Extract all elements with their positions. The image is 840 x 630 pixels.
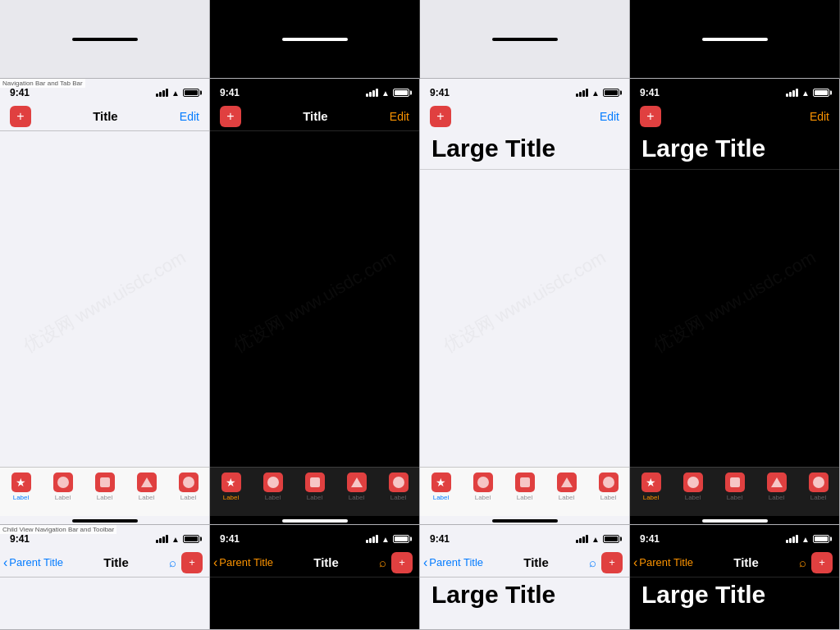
s3-bar-1 bbox=[576, 94, 578, 97]
search-icon-1[interactable]: ⌕ bbox=[169, 555, 176, 569]
signal-bar-2 bbox=[159, 92, 162, 97]
back-chevron-2: ‹ bbox=[213, 555, 217, 570]
tab-label-1-3: Label bbox=[97, 494, 113, 501]
tab-item-3-5[interactable]: Label bbox=[587, 472, 629, 501]
b-signal-bars-3 bbox=[576, 535, 588, 543]
back-button-3[interactable]: ‹ Parent Title bbox=[423, 555, 483, 570]
tab-item-4-2[interactable]: Label bbox=[672, 472, 714, 501]
s2-bar-4 bbox=[376, 89, 378, 97]
edit-button-3[interactable]: Edit bbox=[600, 110, 619, 123]
tab-label-3-2: Label bbox=[475, 494, 491, 501]
plus-nav-4[interactable]: + bbox=[811, 552, 833, 573]
tab-label-4-2: Label bbox=[685, 494, 701, 501]
edit-button-2[interactable]: Edit bbox=[390, 110, 409, 123]
tab-icon-sq-4 bbox=[725, 472, 745, 492]
search-icon-4[interactable]: ⌕ bbox=[799, 555, 806, 569]
b-status-bar-3: 9:41 ▲ bbox=[420, 525, 629, 548]
nav-bar-1: + Title Edit bbox=[0, 102, 209, 131]
back-button-1[interactable]: ‹ Parent Title bbox=[3, 555, 63, 570]
tab-item-2-1[interactable]: ★ Label bbox=[210, 472, 252, 501]
signal-bars-4 bbox=[786, 89, 798, 97]
nav-title-1: Title bbox=[93, 109, 118, 123]
tab-icon-sq-2 bbox=[305, 472, 325, 492]
large-title-4: Large Title bbox=[630, 131, 839, 169]
tab-item-3-2[interactable]: Label bbox=[462, 472, 504, 501]
tab-item-3-3[interactable]: Label bbox=[504, 472, 546, 501]
nav-bar-4: + Edit bbox=[630, 102, 839, 131]
edit-button-4[interactable]: Edit bbox=[810, 110, 829, 123]
nav-bar-2: + Title Edit bbox=[210, 102, 419, 131]
tab-icon-star-4: ★ bbox=[641, 472, 661, 492]
top-bar-1 bbox=[0, 0, 210, 79]
plus-button-3[interactable]: + bbox=[430, 106, 451, 127]
phone-screen-3: 9:41 ▲ + Edit Large Title bbox=[420, 79, 630, 525]
tab-bar-2: ★ Label Label Label Label Label bbox=[210, 467, 419, 516]
status-icons-1: ▲ bbox=[156, 89, 199, 98]
tab-item-4-1[interactable]: ★ Label bbox=[630, 472, 672, 501]
tab-icon-circ2-2 bbox=[389, 472, 409, 492]
star-icon-2: ★ bbox=[226, 476, 236, 489]
b-nav-bar-3: ‹ Parent Title Title ⌕ + bbox=[420, 548, 629, 578]
triangle-icon bbox=[141, 477, 153, 487]
tab-icon-star-1: ★ bbox=[11, 472, 31, 492]
tab-item-2-3[interactable]: Label bbox=[294, 472, 336, 501]
plus-button-2[interactable]: + bbox=[220, 106, 241, 127]
plus-nav-2[interactable]: + bbox=[391, 552, 413, 573]
plus-button-4[interactable]: + bbox=[640, 106, 661, 127]
large-title-3: Large Title bbox=[420, 131, 629, 169]
status-time-4: 9:41 bbox=[640, 87, 660, 98]
tab-item-4-4[interactable]: Label bbox=[756, 472, 797, 501]
tab-label-2-5: Label bbox=[390, 494, 407, 501]
b-signal-bars-4 bbox=[786, 535, 798, 543]
tab-item-1-2[interactable]: Label bbox=[42, 472, 84, 501]
battery-fill-2 bbox=[395, 90, 408, 95]
back-button-4[interactable]: ‹ Parent Title bbox=[633, 555, 693, 570]
search-icon-3[interactable]: ⌕ bbox=[589, 555, 596, 569]
tab-item-4-3[interactable]: Label bbox=[714, 472, 756, 501]
tab-item-2-2[interactable]: Label bbox=[252, 472, 294, 501]
bottom-home-area-4 bbox=[630, 516, 839, 524]
tab-item-3-4[interactable]: Label bbox=[546, 472, 587, 501]
tab-item-2-5[interactable]: Label bbox=[377, 472, 419, 501]
b-large-title-4: Large Title bbox=[630, 578, 839, 615]
circle2-icon-3 bbox=[603, 477, 614, 488]
b-signal-bars-1 bbox=[156, 535, 168, 543]
home-indicator-2 bbox=[282, 38, 348, 41]
tab-item-1-3[interactable]: Label bbox=[84, 472, 126, 501]
b-nav-title-1: Title bbox=[103, 555, 129, 569]
tab-item-4-5[interactable]: Label bbox=[797, 472, 839, 501]
status-icons-4: ▲ bbox=[786, 89, 829, 98]
battery-2 bbox=[393, 89, 409, 97]
plus-button-1[interactable]: + bbox=[10, 106, 31, 127]
star-icon-4: ★ bbox=[646, 476, 656, 489]
tab-icon-star-3: ★ bbox=[431, 472, 451, 492]
phone-screen-1: Navigation Bar and Tab Bar 9:41 ▲ + Titl… bbox=[0, 79, 210, 525]
tab-icon-star-2: ★ bbox=[221, 472, 241, 492]
parent-title-2: Parent Title bbox=[219, 556, 273, 568]
b-nav-right-3: ⌕ + bbox=[589, 552, 623, 573]
b-battery-4 bbox=[813, 535, 829, 543]
tab-bar-1: ★ Label Label Label Label Label bbox=[0, 467, 209, 516]
back-button-2[interactable]: ‹ Parent Title bbox=[213, 555, 273, 570]
s2-bar-3 bbox=[372, 90, 375, 97]
square-icon-4 bbox=[730, 477, 740, 487]
tab-item-3-1[interactable]: ★ Label bbox=[420, 472, 462, 501]
edit-button-1[interactable]: Edit bbox=[180, 110, 199, 123]
signal-bar-1 bbox=[156, 94, 158, 97]
b3-bar-1 bbox=[576, 540, 578, 543]
s3-bar-4 bbox=[586, 89, 588, 97]
tab-item-1-4[interactable]: Label bbox=[126, 472, 167, 501]
tab-icon-circ2-4 bbox=[809, 472, 829, 492]
tab-item-1-5[interactable]: Label bbox=[167, 472, 209, 501]
tab-icon-circle-2 bbox=[263, 472, 283, 492]
tab-item-1-1[interactable]: ★ Label bbox=[0, 472, 42, 501]
tab-item-2-4[interactable]: Label bbox=[336, 472, 377, 501]
status-time-1: 9:41 bbox=[10, 87, 30, 98]
home-indicator-1 bbox=[72, 38, 138, 41]
status-bar-2: 9:41 ▲ bbox=[210, 79, 419, 102]
plus-nav-3[interactable]: + bbox=[601, 552, 623, 573]
plus-nav-1[interactable]: + bbox=[181, 552, 203, 573]
wifi-icon-2: ▲ bbox=[381, 89, 390, 98]
parent-title-3: Parent Title bbox=[429, 556, 483, 568]
search-icon-2[interactable]: ⌕ bbox=[379, 555, 386, 569]
